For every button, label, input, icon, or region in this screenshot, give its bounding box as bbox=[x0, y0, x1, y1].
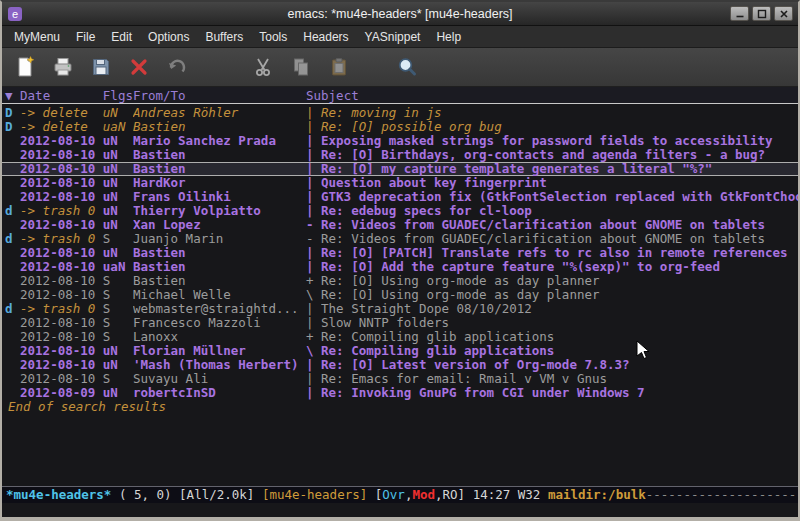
minor-mode-bracket: ] bbox=[458, 487, 473, 502]
thread-indicator: | bbox=[306, 302, 321, 316]
end-of-results-marker: End of search results bbox=[2, 400, 798, 414]
title-bar[interactable]: e emacs: *mu4e-headers* [mu4e-headers] bbox=[2, 2, 798, 26]
row-from: Juanjo Marin bbox=[133, 232, 306, 246]
copy-button[interactable] bbox=[288, 53, 314, 81]
row-date: 2012-08-10 bbox=[20, 358, 103, 372]
new-file-button[interactable] bbox=[12, 53, 38, 81]
mark-char bbox=[5, 386, 20, 400]
message-row-current[interactable]: 2012-08-10uNBastien|Re: [O] my capture t… bbox=[2, 162, 798, 176]
row-date: 2012-08-10 bbox=[20, 288, 103, 302]
row-flags: S bbox=[103, 302, 133, 316]
column-from-to[interactable]: From/To bbox=[133, 88, 306, 103]
row-subject: GTK3 deprecation fix (GtkFontSelection r… bbox=[321, 190, 798, 204]
message-row[interactable]: 2012-08-10uNHardKor|Question about key f… bbox=[2, 176, 798, 190]
echo-area bbox=[2, 503, 798, 517]
row-from: Suvayu Ali bbox=[133, 372, 306, 386]
row-from: Thierry Volpiatto bbox=[133, 204, 306, 218]
row-subject: Re: [O] Birthdays, org-contacts and agen… bbox=[321, 148, 798, 162]
menu-help[interactable]: Help bbox=[428, 27, 469, 47]
message-row[interactable]: 2012-08-10uNMario Sanchez Prada|Exposing… bbox=[2, 134, 798, 148]
row-flags: uN bbox=[103, 134, 133, 148]
row-flags: S bbox=[103, 330, 133, 344]
message-row[interactable]: 2012-08-10uNBastien|Re: [O] Birthdays, o… bbox=[2, 148, 798, 162]
row-flags: uN bbox=[103, 106, 133, 120]
thread-indicator: | bbox=[306, 316, 321, 330]
mark-char: d bbox=[5, 302, 20, 316]
emacs-icon: e bbox=[7, 6, 23, 22]
row-from: Bastien bbox=[133, 246, 306, 260]
row-from: Frans Oilinki bbox=[133, 190, 306, 204]
row-date: -> trash 0 bbox=[20, 232, 103, 246]
row-flags: uaN bbox=[103, 120, 133, 134]
row-subject: Re: Invoking GnuPG from CGI under Window… bbox=[321, 386, 798, 400]
thread-indicator: | bbox=[306, 260, 321, 274]
cut-button[interactable] bbox=[250, 53, 276, 81]
row-from: webmaster@straightd... bbox=[133, 302, 306, 316]
row-from: Xan Lopez bbox=[133, 218, 306, 232]
message-row[interactable]: 2012-08-10SBastien+Re: [O] Using org-mod… bbox=[2, 274, 798, 288]
mark-char bbox=[5, 246, 20, 260]
message-row[interactable]: 2012-08-10uNBastien|Re: [O] [PATCH] Tran… bbox=[2, 246, 798, 260]
row-date: 2012-08-09 bbox=[20, 386, 103, 400]
message-row[interactable]: 2012-08-10SMichael Welle\Re: [O] Using o… bbox=[2, 288, 798, 302]
menu-file[interactable]: File bbox=[68, 27, 103, 47]
print-button[interactable] bbox=[50, 53, 76, 81]
message-row[interactable]: 2012-08-10uNFrans Oilinki|GTK3 deprecati… bbox=[2, 190, 798, 204]
row-date: 2012-08-10 bbox=[20, 190, 103, 204]
row-from: Andreas Röhler bbox=[133, 106, 306, 120]
message-row[interactable]: 2012-08-10SFrancesco Mazzoli|Slow NNTP f… bbox=[2, 316, 798, 330]
modeline-filler: ----------------------------------------… bbox=[646, 487, 798, 502]
undo-button[interactable] bbox=[164, 53, 190, 81]
thread-indicator: | bbox=[306, 176, 321, 190]
message-row[interactable]: 2012-08-10SLanoxx+Re: Compiling glib app… bbox=[2, 330, 798, 344]
undo-icon bbox=[165, 55, 189, 79]
save-button[interactable] bbox=[88, 53, 114, 81]
message-row[interactable]: d-> trash 0SJuanjo Marin-Re: Videos from… bbox=[2, 232, 798, 246]
message-row[interactable]: d-> trash 0uNThierry Volpiatto|Re: edebu… bbox=[2, 204, 798, 218]
major-mode[interactable]: [mu4e-headers] bbox=[262, 487, 367, 502]
row-flags: S bbox=[103, 232, 133, 246]
buffer-name: *mu4e-headers* bbox=[6, 487, 111, 502]
row-subject: Slow NNTP folders bbox=[321, 316, 798, 330]
menu-buffers[interactable]: Buffers bbox=[197, 27, 251, 47]
row-subject: Re: edebug specs for cl-loop bbox=[321, 204, 798, 218]
paste-button[interactable] bbox=[326, 53, 352, 81]
emacs-window: e emacs: *mu4e-headers* [mu4e-headers] M… bbox=[0, 0, 800, 521]
menu-headers[interactable]: Headers bbox=[295, 27, 356, 47]
message-row[interactable]: 2012-08-10uNXan Lopez-Re: Videos from GU… bbox=[2, 218, 798, 232]
message-row[interactable]: D-> deleteuaNBastien|Re: [O] possible or… bbox=[2, 120, 798, 134]
mark-char bbox=[5, 316, 20, 330]
row-subject: Re: [O] possible org bug bbox=[321, 120, 798, 134]
minimize-button[interactable] bbox=[730, 6, 749, 21]
row-subject: Re: Videos from GUADEC/clarification abo… bbox=[321, 218, 798, 232]
row-date: 2012-08-10 bbox=[20, 176, 103, 190]
maximize-button[interactable] bbox=[752, 6, 771, 21]
row-flags: uN bbox=[103, 190, 133, 204]
column-flags[interactable]: Flgs bbox=[103, 88, 133, 103]
row-from: 'Mash (Thomas Herbert) bbox=[133, 358, 306, 372]
sort-column-date[interactable]: ▼ Date bbox=[5, 88, 103, 103]
close-buffer-button[interactable] bbox=[126, 53, 152, 81]
menu-tools[interactable]: Tools bbox=[251, 27, 295, 47]
menu-options[interactable]: Options bbox=[140, 27, 197, 47]
message-row[interactable]: d-> trash 0Swebmaster@straightd...|The S… bbox=[2, 302, 798, 316]
column-subject[interactable]: Subject bbox=[306, 88, 798, 103]
search-button[interactable] bbox=[394, 53, 420, 81]
row-flags: uN bbox=[103, 204, 133, 218]
toolbar bbox=[2, 48, 798, 87]
mark-char bbox=[5, 288, 20, 302]
menu-mymenu[interactable]: MyMenu bbox=[6, 27, 68, 47]
mark-char bbox=[5, 176, 20, 190]
message-row[interactable]: 2012-08-10uaNBastien|Re: [O] Add the cap… bbox=[2, 260, 798, 274]
menu-edit[interactable]: Edit bbox=[103, 27, 140, 47]
print-icon bbox=[51, 55, 75, 79]
message-row[interactable]: D-> deleteuNAndreas Röhler|Re: moving in… bbox=[2, 106, 798, 120]
message-row[interactable]: 2012-08-10uNFlorian Müllner\Re: Compilin… bbox=[2, 344, 798, 358]
thread-indicator: | bbox=[306, 190, 321, 204]
message-row[interactable]: 2012-08-09uNrobertcInSD|Re: Invoking Gnu… bbox=[2, 386, 798, 400]
menu-yasnippet[interactable]: YASnippet bbox=[357, 27, 429, 47]
close-window-button[interactable] bbox=[774, 6, 793, 21]
row-subject: Re: Emacs for email: Rmail v VM v Gnus bbox=[321, 372, 798, 386]
message-row[interactable]: 2012-08-10uN'Mash (Thomas Herbert)|Re: [… bbox=[2, 358, 798, 372]
message-row[interactable]: 2012-08-10SSuvayu Ali|Re: Emacs for emai… bbox=[2, 372, 798, 386]
